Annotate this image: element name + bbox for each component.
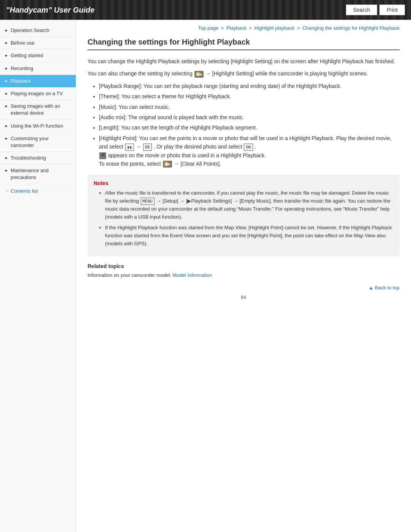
sidebar-item-label: Using the Wi-Fi function [11, 123, 63, 129]
bullet-length: [Length]: You can set the length of the … [99, 123, 400, 132]
arrow-icon: ► [5, 168, 8, 173]
arrow-right-icon: → [5, 188, 9, 193]
breadcrumb: Top page > Playback > Highlight playback… [88, 25, 400, 31]
related-topics: Related topics Information on your camco… [88, 263, 400, 280]
main-content: Top page > Playback > Highlight playback… [76, 20, 411, 532]
intro2-text: You can also change the setting by selec… [88, 70, 193, 77]
sidebar-item-playback[interactable]: ► Playback [0, 75, 76, 88]
sidebar-item-label: Getting started [11, 52, 43, 59]
note-item-1: After the music file is transferred to t… [105, 189, 393, 221]
note-item-2: If the Highlight Playback function was s… [105, 224, 393, 248]
sidebar-item-operation-search[interactable]: ► Operation Search [0, 24, 76, 37]
sidebar-item-playing-images[interactable]: ► Playing images on a TV [0, 88, 76, 100]
breadcrumb-top[interactable]: Top page [198, 25, 219, 31]
sidebar-item-saving-images[interactable]: ► Saving images with an external device [0, 100, 76, 120]
intro-paragraph-2: You can also change the setting by selec… [88, 69, 400, 78]
print-button[interactable]: Print [379, 5, 405, 15]
sidebar-item-label: Playback [11, 78, 31, 85]
sidebar-item-getting-started[interactable]: ► Getting started [0, 50, 76, 62]
breadcrumb-sep3: > [297, 25, 301, 31]
arrow-icon: ► [5, 136, 8, 141]
model-information-link[interactable]: Model Information [172, 272, 212, 278]
sidebar-item-label: Troubleshooting [11, 155, 46, 161]
sidebar-item-label: Before use [11, 40, 35, 46]
sidebar-item-wifi[interactable]: ► Using the Wi-Fi function [0, 120, 76, 133]
arrow-icon: ► [5, 40, 8, 46]
bullet-music: [Music]: You can select music. [99, 103, 400, 111]
arrow-icon: ► [5, 155, 8, 161]
bullet-highlight-point: [Highlight Point]: You can set the point… [99, 134, 400, 168]
sidebar-item-label: Maintenance and precautions [11, 167, 72, 181]
header: "Handycam" User Guide Search Print [0, 0, 411, 20]
bullet-theme: [Theme]: You can select a theme for High… [99, 92, 400, 101]
ok-icon-btn2: OK [244, 144, 253, 151]
sidebar-item-label: Saving images with an external device [11, 103, 72, 117]
intro2b-text: → [Highlight Setting] while the camcorde… [206, 70, 368, 77]
sidebar: ► Operation Search ► Before use ► Gettin… [0, 20, 76, 532]
bullet-playback-range: [Playback Range]: You can set the playba… [99, 82, 400, 90]
sidebar-item-label: Operation Search [11, 27, 49, 34]
erase-icon: 🎦▶ [163, 161, 172, 168]
sidebar-item-label: Playing images on a TV [11, 90, 63, 97]
highlight-setting-icon: 🎦▶ [194, 71, 204, 78]
page-number: 84 [88, 294, 400, 300]
breadcrumb-current[interactable]: Changing the settings for Highlight Play… [303, 25, 400, 31]
pause-icon-btn: ▮▮ [125, 144, 134, 151]
sidebar-item-troubleshooting[interactable]: ► Troubleshooting [0, 152, 76, 165]
sidebar-item-label: Customizing your camcorder [11, 135, 72, 149]
bullet-audio-mix: [Audio mix]: The original sound is playe… [99, 113, 400, 121]
arrow-icon: ► [5, 123, 8, 129]
back-to-top: ▲ Back to top [88, 285, 400, 291]
menu-icon-btn: MENU [141, 198, 155, 205]
page-title: Changing the settings for Highlight Play… [88, 38, 400, 50]
arrow-icon: ► [5, 91, 8, 96]
back-to-top-link[interactable]: ▲ Back to top [368, 285, 400, 291]
notes-box: Notes After the music file is transferre… [88, 175, 400, 256]
highlight-flag-icon: 🏴 [99, 152, 106, 159]
header-buttons: Search Print [346, 5, 405, 15]
sidebar-item-before-use[interactable]: ► Before use [0, 37, 76, 50]
arrow-icon: ► [5, 66, 8, 71]
intro-paragraph-1: You can change the Highlight Playback se… [88, 57, 400, 66]
breadcrumb-sep1: > [221, 25, 225, 31]
search-button[interactable]: Search [346, 5, 377, 15]
arrow-icon: ► [5, 104, 8, 109]
arrow-icon: ► [5, 28, 8, 33]
breadcrumb-playback[interactable]: Playback [226, 25, 247, 31]
features-list: [Playback Range]: You can set the playba… [91, 82, 400, 168]
sidebar-item-recording[interactable]: ► Recording [0, 62, 76, 75]
layout: ► Operation Search ► Before use ► Gettin… [0, 20, 411, 532]
sidebar-item-customizing[interactable]: ► Customizing your camcorder [0, 133, 76, 152]
contents-list-link[interactable]: → Contents list [0, 184, 76, 198]
related-topics-text: Information on your camcorder model: Mod… [88, 272, 400, 280]
related-topics-title: Related topics [88, 263, 400, 269]
notes-list: After the music file is transferred to t… [97, 189, 393, 248]
sidebar-item-maintenance[interactable]: ► Maintenance and precautions [0, 165, 76, 184]
arrow-icon: ► [5, 53, 8, 58]
ok-icon-btn: OK [143, 144, 152, 151]
contents-link-label: Contents list [11, 188, 38, 194]
breadcrumb-highlight-playback[interactable]: Highlight playback [255, 25, 295, 31]
breadcrumb-sep2: > [249, 25, 253, 31]
notes-title: Notes [94, 180, 393, 186]
arrow-icon: ► [5, 78, 8, 84]
sidebar-item-label: Recording [11, 65, 33, 72]
header-title: "Handycam" User Guide [6, 6, 94, 14]
